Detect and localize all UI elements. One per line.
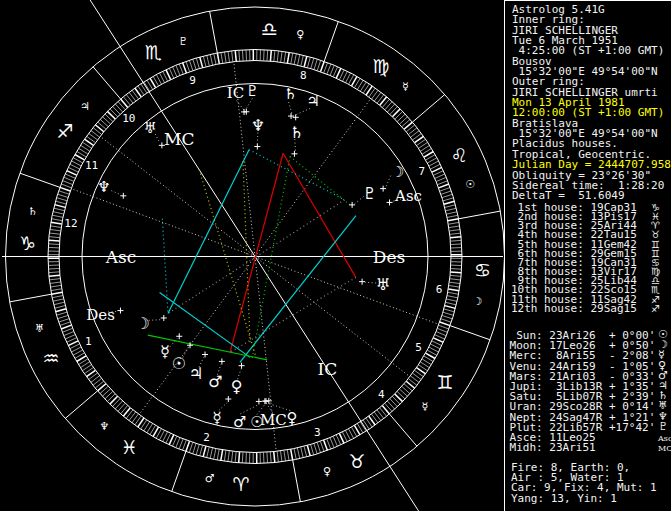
inner-saturn-icon: ♄ [290,123,304,142]
house-number: 8 [300,69,307,82]
planet-icon: MC [658,443,672,454]
ruler-icon: ♆ [100,420,110,433]
top-border [504,0,672,1]
outer-angle-label: MC [260,411,287,429]
outer-venus-icon: ♀ [287,409,298,427]
inner-angle-label: Des [373,247,405,267]
sign-aries-icon: ♈ [232,473,249,495]
house-number: 4 [378,388,385,401]
outer-angle-label: Asc [394,187,422,205]
sign-sagittarius-icon: ♐ [56,120,73,142]
inner-venus-icon: ♀ [231,377,243,396]
inner-angle-label: IC [318,359,338,379]
house-number: 12 [64,217,77,230]
ruler-icon: ☉ [465,178,475,191]
outer-jupiter-icon: ♃ [306,92,319,110]
chart-info-header: Astrolog 5.41GInner ring:JIRI SCHELLINGE… [512,4,672,201]
ruler-icon: ♀ [323,465,331,478]
house-number: 5 [415,341,422,354]
planet-icon: ♇ [658,421,668,432]
sign-capricorn-icon: ♑ [19,232,36,254]
house-number: 10 [122,112,135,125]
house-position: 12th house: 29Sag15 [511,302,637,315]
inner-pluto-icon: ♇ [363,184,377,203]
outer-pluto-icon: ♇ [245,82,258,100]
chart-wheel: ♈♂♉♀♊☿♋☽♌☉♍☿♎♀♏♇♐♃♑♄♒♅♓♆123456789101112☉… [0,0,505,512]
house-row: 12th house: 29Sag15♐ [511,303,637,312]
inner-angle-label: Asc [105,247,137,267]
sign-leo-icon: ♌ [451,144,468,166]
info-line: Julian Day = 2444707.9583 [512,159,672,169]
inner-moon-icon: ☽ [136,314,150,333]
house-number: 9 [189,74,196,87]
house-number: 2 [203,431,210,444]
ruler-icon: ☿ [402,80,409,93]
house-number: 3 [314,426,321,439]
inner-mars-icon: ♂ [208,372,222,391]
sign-gemini-icon: ♊ [437,371,454,393]
ruler-icon: ♃ [80,100,90,113]
ruler-icon: ♀ [296,28,304,41]
planet-position: Midh: 23Ari51 [503,441,596,454]
inner-jupiter-icon: ♃ [189,364,203,383]
outer-saturn-icon: ♄ [284,85,297,103]
sign-pisces-icon: ♓ [121,436,138,458]
ruler-icon: ♄ [28,205,38,218]
zodiac-sign-icon: ♐ [651,303,660,314]
outer-uranus-icon: ♅ [143,119,156,137]
element-summary: Fire: 8, Earth: 0, Air : 5, Water: 1 Car… [511,462,657,503]
inner-sun-icon: ☉ [172,354,186,373]
outer-angle-label: Des [86,306,115,324]
outer-mars-icon: ♂ [233,413,246,431]
element-line-yang-yin: Yang: 13, Yin: 1 [511,493,657,503]
sign-libra-icon: ♎ [260,18,277,40]
house-number: 11 [85,159,98,172]
house-number: 1 [85,335,92,348]
houses-list: 1st house: 19Cap31♑ 2nd house: 13Pis17♓ … [511,202,637,312]
inner-neptune-icon: ♆ [251,116,265,135]
sign-virgo-icon: ♍ [372,55,389,77]
outer-neptune-icon: ♆ [97,178,110,196]
astrolog-window: ♈♂♉♀♊☿♋☽♌☉♍☿♎♀♏♇♐♃♑♄♒♅♓♆123456789101112☉… [0,0,672,512]
house-number: 6 [436,283,443,296]
inner-uranus-icon: ♅ [376,275,390,294]
inner-angle-label: MC [164,129,194,149]
inner-mercury-icon: ☿ [160,342,170,361]
sign-taurus-icon: ♉ [348,450,365,472]
outer-angle-label: IC [227,84,244,102]
planet-row: Midh: 23Ari51MC [503,442,655,452]
outer-moon-icon: ☽ [391,163,404,181]
sign-cancer-icon: ♋ [474,259,491,281]
sign-aquarius-icon: ♒ [42,347,59,369]
ruler-icon: ♅ [35,322,45,335]
house-number: 7 [418,165,425,178]
sign-scorpio-icon: ♏ [145,41,162,63]
ruler-icon: ☽ [472,295,482,308]
ruler-icon: ♂ [205,472,215,485]
outer-mercury-icon: ☿ [212,409,221,427]
ruler-icon: ♇ [178,35,188,48]
ruler-icon: ☿ [422,400,429,413]
planets-list: Sun: 23Ari26 + 0°00'☉ Moon: 17Leo26 + 0°… [503,330,655,452]
